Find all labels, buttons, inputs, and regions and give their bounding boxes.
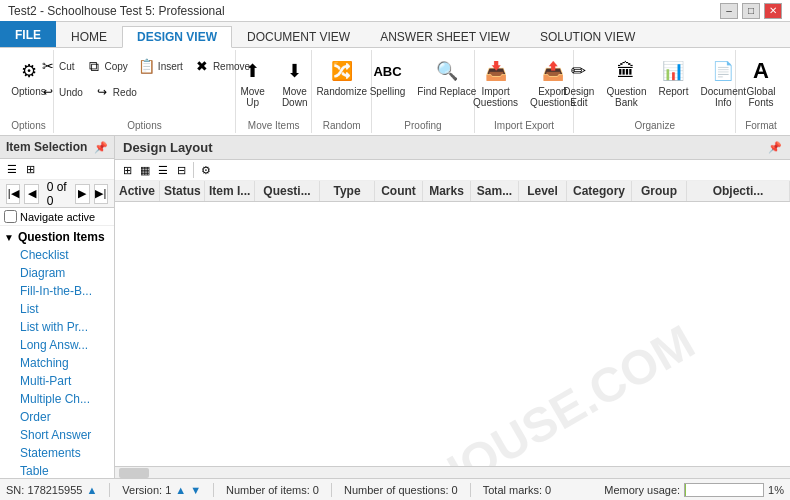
ribbon: ⚙ Options Options ✂ Cut ⧉ Copy bbox=[0, 48, 790, 136]
design-settings-btn[interactable]: ⚙ bbox=[198, 162, 214, 178]
report-icon: 📊 bbox=[659, 57, 687, 85]
view-list-button[interactable]: ☰ bbox=[4, 161, 20, 177]
status-divider-1 bbox=[109, 483, 110, 497]
design-table-header: Active Status Item I... Questi... Type C… bbox=[115, 181, 790, 202]
nav-prev-button[interactable]: ◀ bbox=[24, 184, 38, 204]
nav-first-button[interactable]: |◀ bbox=[6, 184, 20, 204]
tab-answer-sheet-view[interactable]: ANSWER SHEET VIEW bbox=[365, 25, 525, 47]
title-bar: Test2 - Schoolhouse Test 5: Professional… bbox=[0, 0, 790, 22]
col-active: Active bbox=[115, 181, 160, 201]
tree-item-diagram[interactable]: Diagram bbox=[0, 264, 114, 282]
tree-item-table[interactable]: Table bbox=[0, 462, 114, 478]
design-view-btn-1[interactable]: ⊞ bbox=[119, 162, 135, 178]
nav-last-button[interactable]: ▶| bbox=[94, 184, 108, 204]
tree-item-fill-in-the-b[interactable]: Fill-In-the-B... bbox=[0, 282, 114, 300]
horizontal-scrollbar[interactable] bbox=[115, 466, 790, 478]
undo-button[interactable]: ↩ Undo bbox=[35, 80, 87, 104]
tree-item-order[interactable]: Order bbox=[0, 408, 114, 426]
panel-toolbar: ☰ ⊞ bbox=[0, 159, 114, 180]
tree-item-short-answer[interactable]: Short Answer bbox=[0, 426, 114, 444]
cut-button[interactable]: ✂ Cut bbox=[35, 54, 79, 78]
status-items: Number of items: 0 bbox=[226, 484, 319, 496]
copy-icon: ⧉ bbox=[85, 57, 103, 75]
maximize-button[interactable]: □ bbox=[742, 3, 760, 19]
navigate-active-label: Navigate active bbox=[20, 211, 95, 223]
navigate-active-checkbox[interactable] bbox=[4, 210, 17, 223]
import-questions-button[interactable]: 📥 ImportQuestions bbox=[468, 54, 523, 111]
question-bank-button[interactable]: 🏛 QuestionBank bbox=[601, 54, 651, 111]
status-version-up-icon[interactable]: ▲ bbox=[175, 484, 186, 496]
status-total-marks: Total marks: 0 bbox=[483, 484, 551, 496]
find-replace-icon: 🔍 bbox=[433, 57, 461, 85]
report-button[interactable]: 📊 Report bbox=[653, 54, 693, 100]
move-down-button[interactable]: ⬇ MoveDown bbox=[275, 54, 315, 111]
design-edit-button[interactable]: ✏ DesignEdit bbox=[558, 54, 599, 111]
ribbon-tabs: FILE HOME DESIGN VIEW DOCUMENT VIEW ANSW… bbox=[0, 22, 790, 48]
ribbon-group-format-content: A GlobalFonts bbox=[741, 50, 781, 120]
tab-document-view[interactable]: DOCUMENT VIEW bbox=[232, 25, 365, 47]
tree-item-matching[interactable]: Matching bbox=[0, 354, 114, 372]
redo-button[interactable]: ↪ Redo bbox=[89, 80, 141, 104]
tree-item-statements[interactable]: Statements bbox=[0, 444, 114, 462]
design-layout-pin-icon[interactable]: 📌 bbox=[768, 141, 782, 154]
tree-item-checklist[interactable]: Checklist bbox=[0, 246, 114, 264]
design-content-area: SCHOOLHOUSE.COM bbox=[115, 202, 790, 466]
status-sn-icon[interactable]: ▲ bbox=[86, 484, 97, 496]
tree-question-items-header[interactable]: ▼ Question Items bbox=[0, 228, 114, 246]
design-edit-label: DesignEdit bbox=[563, 86, 594, 108]
global-fonts-button[interactable]: A GlobalFonts bbox=[741, 54, 781, 111]
col-question: Questi... bbox=[255, 181, 320, 201]
ribbon-group-clipboard: ✂ Cut ⧉ Copy 📋 Insert ✖ Remove bbox=[54, 50, 236, 133]
ribbon-group-clipboard-content: ✂ Cut ⧉ Copy 📋 Insert ✖ Remove bbox=[35, 50, 254, 120]
window-controls: – □ ✕ bbox=[720, 3, 782, 19]
tree-expand-icon: ▼ bbox=[4, 232, 14, 243]
redo-icon: ↪ bbox=[93, 83, 111, 101]
view-grid-button[interactable]: ⊞ bbox=[22, 161, 38, 177]
pin-icon[interactable]: 📌 bbox=[94, 141, 108, 154]
ribbon-group-move-content: ⬆ MoveUp ⬇ MoveDown bbox=[233, 50, 315, 120]
tree-item-long-answ[interactable]: Long Answ... bbox=[0, 336, 114, 354]
design-view-btn-2[interactable]: ▦ bbox=[137, 162, 153, 178]
tree-item-multi-part[interactable]: Multi-Part bbox=[0, 372, 114, 390]
status-version: Version: 1 bbox=[122, 484, 171, 496]
cut-label: Cut bbox=[59, 61, 75, 72]
tree-item-multiple-ch[interactable]: Multiple Ch... bbox=[0, 390, 114, 408]
tab-file[interactable]: FILE bbox=[0, 21, 56, 47]
scrollbar-thumb[interactable] bbox=[119, 468, 149, 478]
ribbon-group-organize: ✏ DesignEdit 🏛 QuestionBank 📊 Report 📄 D… bbox=[574, 50, 736, 133]
tree-item-list-with-pr[interactable]: List with Pr... bbox=[0, 318, 114, 336]
status-bar: SN: 178215955 ▲ Version: 1 ▲ ▼ Number of… bbox=[0, 478, 790, 500]
status-divider-3 bbox=[331, 483, 332, 497]
minimize-button[interactable]: – bbox=[720, 3, 738, 19]
design-view-btn-4[interactable]: ⊟ bbox=[173, 162, 189, 178]
col-item-num: Item I... bbox=[205, 181, 255, 201]
global-fonts-label: GlobalFonts bbox=[747, 86, 776, 108]
move-up-button[interactable]: ⬆ MoveUp bbox=[233, 54, 273, 111]
col-count: Count bbox=[375, 181, 423, 201]
insert-button[interactable]: 📋 Insert bbox=[134, 54, 187, 78]
design-layout-toolbar: ⊞ ▦ ☰ ⊟ ⚙ bbox=[115, 160, 790, 181]
tree-item-list[interactable]: List bbox=[0, 300, 114, 318]
tree-group-label: Question Items bbox=[18, 230, 105, 244]
design-layout-header: Design Layout 📌 bbox=[115, 136, 790, 160]
copy-label: Copy bbox=[105, 61, 128, 72]
tab-home[interactable]: HOME bbox=[56, 25, 122, 47]
memory-bar-outer bbox=[684, 483, 764, 497]
tab-solution-view[interactable]: SOLUTION VIEW bbox=[525, 25, 650, 47]
status-version-down-icon[interactable]: ▼ bbox=[190, 484, 201, 496]
main-area: Item Selection 📌 ☰ ⊞ |◀ ◀ 0 of 0 ▶ ▶| Na… bbox=[0, 136, 790, 478]
nav-next-button[interactable]: ▶ bbox=[75, 184, 89, 204]
ribbon-group-clipboard-label: Options bbox=[127, 120, 161, 133]
spelling-icon: ABC bbox=[374, 57, 402, 85]
copy-button[interactable]: ⧉ Copy bbox=[81, 54, 132, 78]
tab-design-view[interactable]: DESIGN VIEW bbox=[122, 26, 232, 48]
spelling-button[interactable]: ABC Spelling bbox=[365, 54, 411, 100]
randomize-button[interactable]: 🔀 Randomize bbox=[311, 54, 372, 100]
memory-label: Memory usage: bbox=[604, 484, 680, 496]
left-panel: Item Selection 📌 ☰ ⊞ |◀ ◀ 0 of 0 ▶ ▶| Na… bbox=[0, 136, 115, 478]
nav-page-text: 0 of 0 bbox=[43, 180, 72, 208]
import-icon: 📥 bbox=[482, 57, 510, 85]
design-view-btn-3[interactable]: ☰ bbox=[155, 162, 171, 178]
ribbon-group-organize-label: Organize bbox=[634, 120, 675, 133]
close-button[interactable]: ✕ bbox=[764, 3, 782, 19]
